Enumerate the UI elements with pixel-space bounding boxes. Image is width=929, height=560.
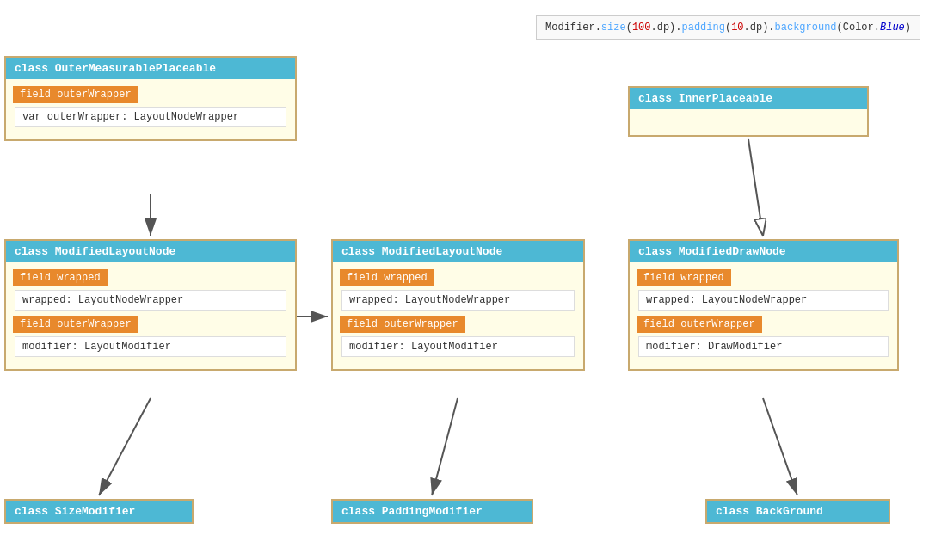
class-header: class ModifiedLayoutNode [6, 241, 295, 262]
class-header: class InnerPlaceable [630, 88, 867, 109]
field-label: field outerWrapper [13, 86, 138, 103]
field-value-outer: modifier: LayoutModifier [341, 336, 575, 357]
field-section-outer: field outerWrapper modifier: DrawModifie… [637, 316, 890, 357]
field-section-outer: field outerWrapper modifier: LayoutModif… [340, 316, 576, 357]
class-outer-measurable-placeable: class OuterMeasurablePlaceable field out… [4, 56, 297, 141]
arrow-modified1-to-size [99, 398, 151, 495]
class-header: class OuterMeasurablePlaceable [6, 58, 295, 79]
class-padding-modifier: class PaddingModifier [331, 499, 533, 524]
code-text: Modifier.size(100.dp).padding(10.dp).bac… [545, 22, 911, 34]
class-modified-draw-node: class ModifiedDrawNode field wrapped wra… [628, 239, 899, 371]
field-value-wrapped: wrapped: LayoutNodeWrapper [638, 290, 889, 311]
class-background: class BackGround [705, 499, 890, 524]
field-label-wrapped: field wrapped [340, 269, 434, 286]
class-header: class BackGround [707, 501, 889, 522]
field-label-wrapped: field wrapped [637, 269, 731, 286]
class-modified-layout-node-1: class ModifiedLayoutNode field wrapped w… [4, 239, 297, 371]
class-body: field wrapped wrapped: LayoutNodeWrapper… [630, 262, 897, 369]
field-label-outer: field outerWrapper [13, 316, 138, 333]
arrow-modified2-to-padding [432, 398, 458, 495]
field-section-outer: field outerWrapper modifier: LayoutModif… [13, 316, 288, 357]
field-label-outer: field outerWrapper [637, 316, 762, 333]
class-body-empty [630, 109, 867, 135]
arrow-drawnode-to-background [763, 398, 797, 495]
arrow-inner-to-drawnode [748, 139, 763, 236]
class-header: class PaddingModifier [333, 501, 532, 522]
field-section-wrapped: field wrapped wrapped: LayoutNodeWrapper [340, 269, 576, 311]
code-snippet: Modifier.size(100.dp).padding(10.dp).bac… [536, 15, 920, 40]
field-value-wrapped: wrapped: LayoutNodeWrapper [15, 290, 286, 311]
field-value-wrapped: wrapped: LayoutNodeWrapper [341, 290, 575, 311]
field-section: field outerWrapper var outerWrapper: Lay… [13, 86, 288, 127]
diagram-canvas: Modifier.size(100.dp).padding(10.dp).bac… [0, 0, 929, 560]
class-modified-layout-node-2: class ModifiedLayoutNode field wrapped w… [331, 239, 585, 371]
field-value: var outerWrapper: LayoutNodeWrapper [15, 107, 286, 127]
field-label-outer: field outerWrapper [340, 316, 465, 333]
class-size-modifier: class SizeModifier [4, 499, 194, 524]
class-header: class ModifiedLayoutNode [333, 241, 583, 262]
field-value-outer: modifier: LayoutModifier [15, 336, 286, 357]
class-inner-placeable: class InnerPlaceable [628, 86, 869, 137]
class-body: field wrapped wrapped: LayoutNodeWrapper… [6, 262, 295, 369]
field-label-wrapped: field wrapped [13, 269, 108, 286]
field-value-outer: modifier: DrawModifier [638, 336, 889, 357]
class-header: class SizeModifier [6, 501, 192, 522]
field-section-wrapped: field wrapped wrapped: LayoutNodeWrapper [637, 269, 890, 311]
class-header: class ModifiedDrawNode [630, 241, 897, 262]
field-section-wrapped: field wrapped wrapped: LayoutNodeWrapper [13, 269, 288, 311]
class-body: field outerWrapper var outerWrapper: Lay… [6, 79, 295, 139]
class-body: field wrapped wrapped: LayoutNodeWrapper… [333, 262, 583, 369]
